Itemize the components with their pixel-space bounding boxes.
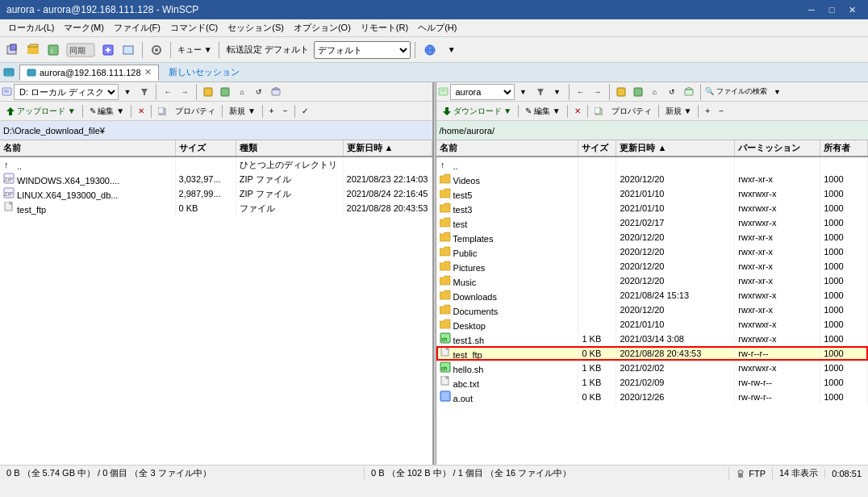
left-copy-btn[interactable] — [154, 103, 170, 119]
right-filter-btn[interactable] — [532, 84, 549, 100]
new-session-button[interactable]: 新しいセッション — [162, 65, 246, 80]
right-file-row[interactable]: Public 2020/12/20 rwxr-xr-x 1000 — [436, 244, 868, 259]
right-file-row[interactable]: sh test1.sh 1 KB 2021/03/14 3:08 rwxrwxr… — [436, 332, 868, 346]
left-fwd-btn[interactable]: → — [177, 84, 193, 100]
upload-button[interactable]: アップロード ▼ — [2, 103, 80, 119]
left-btn2[interactable] — [217, 84, 233, 100]
tb-icon3[interactable] — [98, 40, 118, 60]
tb-open-local[interactable] — [23, 40, 43, 60]
right-file-row[interactable]: ↑ .. — [436, 157, 868, 172]
left-filter-btn[interactable]: ▼ — [119, 84, 136, 100]
left-col-name[interactable]: 名前 — [0, 140, 175, 157]
right-btn1[interactable] — [613, 84, 629, 100]
right-col-name[interactable]: 名前 — [436, 140, 578, 157]
maximize-button[interactable]: □ — [822, 2, 841, 17]
right-btn2[interactable] — [630, 84, 646, 100]
left-file-row[interactable]: ZIP WINDOWS.X64_19300.... 3,032,97... ZI… — [0, 172, 432, 186]
right-btn3[interactable]: ⌂ — [647, 84, 663, 100]
right-add-btn[interactable]: + — [701, 103, 714, 119]
right-file-row[interactable]: test_ftp 0 KB 2021/08/28 20:43:53 rw-r--… — [436, 346, 868, 361]
session-tab[interactable]: aurora@192.168.111.128 ✕ — [19, 65, 159, 81]
right-drive-select[interactable]: aurora — [450, 84, 515, 100]
left-drive-select[interactable]: D: ローカル ディスク — [14, 84, 119, 100]
transfer-select[interactable]: デフォルト — [314, 41, 411, 59]
tb-new-local[interactable] — [3, 40, 23, 60]
tb-globe[interactable] — [419, 40, 440, 60]
left-check-btn[interactable]: ✓ — [298, 103, 312, 119]
tb-icon4[interactable] — [119, 40, 138, 60]
right-file-row[interactable]: sh hello.sh 1 KB 2021/02/02 rwxrwxr-x 10… — [436, 361, 868, 375]
right-new-btn[interactable]: 新規 ▼ — [661, 103, 696, 119]
right-file-row[interactable]: Templates 2020/12/20 rwxr-xr-x 1000 — [436, 230, 868, 244]
left-new-btn[interactable]: 新規 ▼ — [225, 103, 260, 119]
menu-item-S[interactable]: セッション(S) — [223, 20, 289, 36]
left-col-type[interactable]: 種類 — [236, 140, 343, 157]
right-copy-btn[interactable] — [590, 103, 607, 119]
left-delete-btn[interactable]: ✕ — [134, 103, 148, 119]
right-back-btn[interactable]: ← — [573, 84, 589, 100]
right-dropdown-btn[interactable]: ▼ — [515, 84, 532, 100]
left-file-table[interactable]: 名前 サイズ 種類 更新日時 ▲ ↑ .. ひとつ上のディレクトリ ZIP WI… — [0, 140, 432, 465]
tb-globe-dropdown[interactable]: ▼ — [442, 40, 461, 60]
right-fwd-btn[interactable]: → — [590, 84, 606, 100]
left-btn3[interactable]: ⌂ — [234, 84, 250, 100]
sync-button[interactable]: 同期 — [64, 40, 98, 60]
right-btn4[interactable]: ↺ — [664, 84, 680, 100]
right-filter-dropdown[interactable]: ▼ — [549, 84, 565, 100]
left-col-size[interactable]: サイズ — [175, 140, 236, 157]
close-button[interactable]: ✕ — [842, 2, 862, 17]
menu-item-F[interactable]: ファイル(F) — [109, 20, 165, 36]
menu-item-L[interactable]: ローカル(L) — [3, 20, 59, 36]
right-col-perms[interactable]: パーミッション — [735, 140, 820, 157]
right-file-row[interactable]: test3 2021/01/10 rwxrwxr-x 1000 — [436, 201, 868, 215]
queue-button[interactable]: キュー ▼ — [175, 40, 215, 60]
right-file-row[interactable]: Downloads 2021/08/24 15:13 rwxrwxr-x 100… — [436, 288, 868, 303]
left-back-btn[interactable]: ← — [160, 84, 176, 100]
right-file-row[interactable]: test 2021/02/17 rwxrwxr-x 1000 — [436, 215, 868, 230]
tb-icon2[interactable]: ↕ — [44, 40, 63, 60]
right-file-row[interactable]: abc.txt 1 KB 2021/02/09 rw-rw-r-- 1000 — [436, 375, 868, 390]
download-button[interactable]: ダウンロード ▼ — [438, 103, 516, 119]
right-minus-btn[interactable]: − — [715, 103, 728, 119]
right-file-row[interactable]: Documents 2020/12/20 rwxr-xr-x 1000 — [436, 303, 868, 317]
left-col-modified[interactable]: 更新日時 ▲ — [343, 140, 432, 157]
left-minus-btn[interactable]: − — [279, 103, 292, 119]
menu-item-R[interactable]: リモート(R) — [356, 20, 413, 36]
right-file-row[interactable]: Music 2020/12/20 rwxr-xr-x 1000 — [436, 274, 868, 288]
right-file-row[interactable]: Videos 2020/12/20 rwxr-xr-x 1000 — [436, 172, 868, 186]
right-search-dropdown[interactable]: ▼ — [770, 84, 786, 100]
right-file-row[interactable]: Desktop 2021/01/10 rwxrwxr-x 1000 — [436, 317, 868, 332]
menu-item-M[interactable]: マーク(M) — [59, 20, 109, 36]
right-file-row[interactable]: a.out 0 KB 2020/12/26 rw-rw-r-- 1000 — [436, 390, 868, 404]
left-edit-btn[interactable]: ✎ 編集 ▼ — [86, 103, 128, 119]
right-btn5[interactable] — [681, 84, 697, 100]
menu-item-C[interactable]: コマンド(C) — [165, 20, 223, 36]
session-close[interactable]: ✕ — [144, 67, 152, 77]
tb-settings[interactable] — [147, 40, 166, 60]
svg-rect-18 — [6, 75, 12, 77]
left-filter-icon[interactable] — [136, 84, 152, 100]
menu-item-H[interactable]: ヘルプ(H) — [413, 20, 461, 36]
left-btn4[interactable]: ↺ — [251, 84, 267, 100]
minimize-button[interactable]: ─ — [802, 2, 821, 17]
left-file-row[interactable]: test_ftp 0 KB ファイル 2021/08/28 20:43:53 — [0, 201, 432, 215]
file-panels: D: ローカル ディスク ▼ ← → ⌂ ↺ — [0, 82, 868, 465]
right-props-btn[interactable]: プロパティ — [607, 103, 656, 119]
right-col-modified[interactable]: 更新日時 ▲ — [616, 140, 735, 157]
right-edit-btn[interactable]: ✎ 編集 ▼ — [521, 103, 564, 119]
right-delete-btn[interactable]: ✕ — [570, 103, 585, 119]
file-modified — [343, 157, 432, 172]
left-file-row[interactable]: ↑ .. ひとつ上のディレクトリ — [0, 157, 432, 172]
left-btn5[interactable] — [268, 84, 284, 100]
right-col-owner[interactable]: 所有者 — [820, 140, 868, 157]
right-file-row[interactable]: Pictures 2020/12/20 rwxr-xr-x 1000 — [436, 259, 868, 274]
right-search-btn[interactable]: 🔍 ファイルの検索 — [704, 84, 769, 100]
left-file-row[interactable]: ZIP LINUX.X64_193000_db... 2,987,99... Z… — [0, 186, 432, 201]
left-btn1[interactable] — [200, 84, 216, 100]
right-col-size[interactable]: サイズ — [578, 140, 616, 157]
right-file-table[interactable]: 名前 サイズ 更新日時 ▲ パーミッション 所有者 ↑ .. Videos 20… — [436, 140, 869, 465]
menu-item-O[interactable]: オプション(O) — [289, 20, 356, 36]
left-add-btn[interactable]: + — [265, 103, 278, 119]
left-props-btn[interactable]: プロパティ — [171, 103, 219, 119]
right-file-row[interactable]: test5 2021/01/10 rwxrwxr-x 1000 — [436, 186, 868, 201]
